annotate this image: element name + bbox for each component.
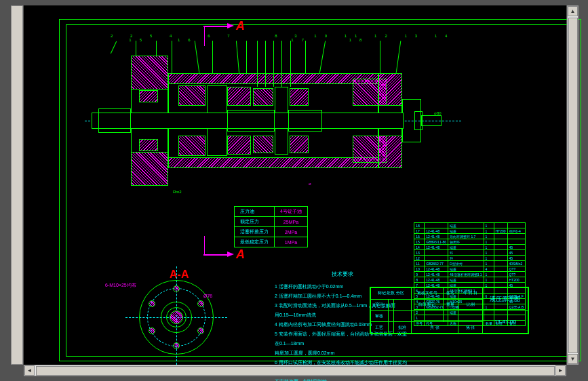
scroll-up-button[interactable]: ▲ bbox=[568, 6, 578, 16]
param-value: 4号锭子油 bbox=[275, 207, 308, 217]
section-marker-bottom: A bbox=[236, 247, 245, 262]
note-line: 不安装改面，划时应制动 bbox=[275, 377, 410, 381]
scroll-left-button[interactable]: ◄ bbox=[24, 365, 35, 376]
param-value: 25MPa bbox=[275, 217, 308, 227]
param-label: 最低稳定压力 bbox=[235, 237, 275, 247]
param-label: 活塞杆推压力 bbox=[235, 227, 275, 237]
section-marker-top: A bbox=[236, 19, 245, 33]
param-label: 压力油 bbox=[235, 207, 275, 217]
balloon-row: 2 2 5 4 6 7 8 3 10 11 12 13 14 15 16 17 … bbox=[111, 34, 566, 42]
section-arrow-line-top bbox=[203, 26, 227, 27]
section-line-bottom bbox=[204, 236, 205, 255]
note-line: 精磨加工圆度，圆度0.02mm bbox=[275, 348, 410, 358]
drawing-name: 液压原理图 bbox=[482, 288, 528, 311]
scroll-down-button[interactable]: ▼ bbox=[568, 354, 578, 364]
scroll-right-button[interactable]: ► bbox=[555, 365, 566, 376]
param-value: 2MPa bbox=[275, 227, 308, 237]
vertical-ruler bbox=[11, 5, 23, 365]
section-arrow-head-top bbox=[227, 23, 234, 28]
parameter-table: 压力油4号锭子油 额定压力25MPa 活塞杆推压力2MPa 最低稳定压力1MPa bbox=[234, 206, 308, 247]
bolt-spec-label: 6-M10×25均布 bbox=[105, 282, 136, 289]
drawing-title-block: 标记 处数 分区 更改文件号 签名 年 月 日 液压原理图 设计 阶段:标记 重… bbox=[370, 287, 529, 334]
horizontal-scrollbar[interactable]: ◄ ► bbox=[24, 365, 566, 376]
param-label: 额定压力 bbox=[235, 217, 275, 227]
drawing-number: 13-41-00 bbox=[482, 310, 528, 334]
section-arrow-head-bottom bbox=[227, 252, 234, 257]
param-value: 1MPa bbox=[275, 237, 308, 247]
main-assembly-view: Rm2 ⌀ ⌀80 bbox=[92, 46, 451, 188]
section-arrow-line-bottom bbox=[203, 254, 227, 256]
flange-diameter-label: Ø76 bbox=[203, 294, 212, 298]
horizontal-scroll-thumb[interactable] bbox=[36, 366, 555, 376]
section-line-top bbox=[204, 26, 205, 46]
cad-canvas[interactable]: A 2 2 5 4 6 7 8 3 10 11 12 13 14 15 16 1… bbox=[24, 5, 566, 365]
vertical-scrollbar[interactable]: ▲ ▼ bbox=[567, 5, 579, 365]
vertical-scroll-thumb[interactable] bbox=[568, 18, 578, 353]
notes-title: 技术要求 bbox=[275, 270, 410, 279]
flange-section-view bbox=[132, 273, 220, 361]
